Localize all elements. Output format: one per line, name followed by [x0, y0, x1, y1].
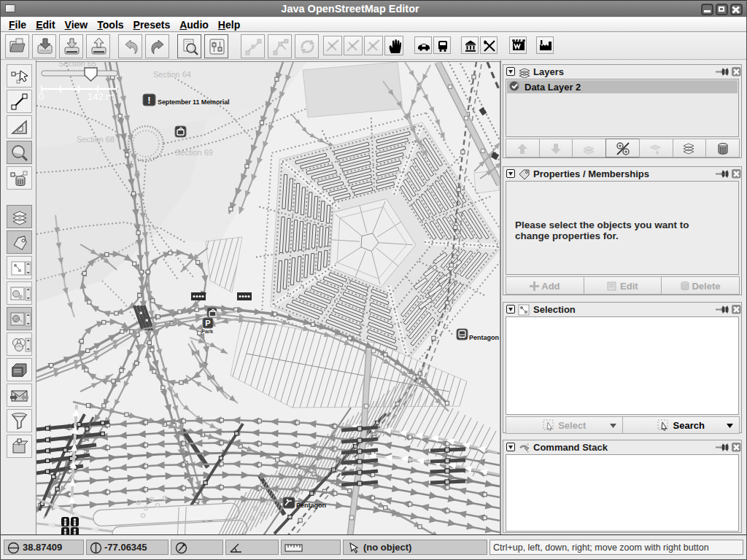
- svg-text:September 11 Memorial: September 11 Memorial: [158, 98, 229, 106]
- svg-text:Section 65: Section 65: [58, 62, 96, 68]
- svg-text:142 m: 142 m: [88, 91, 114, 102]
- svg-text:Section 69: Section 69: [175, 148, 213, 157]
- svg-text:Pentagon: Pentagon: [296, 502, 326, 509]
- svg-text:!: !: [147, 95, 150, 106]
- svg-text:0: 0: [39, 91, 44, 102]
- svg-text:Section 68: Section 68: [77, 135, 115, 144]
- svg-text:P: P: [205, 319, 210, 327]
- svg-text:Section 64: Section 64: [153, 70, 191, 79]
- svg-text:Pentagon: Pentagon: [469, 334, 499, 341]
- svg-text:Park: Park: [201, 328, 214, 335]
